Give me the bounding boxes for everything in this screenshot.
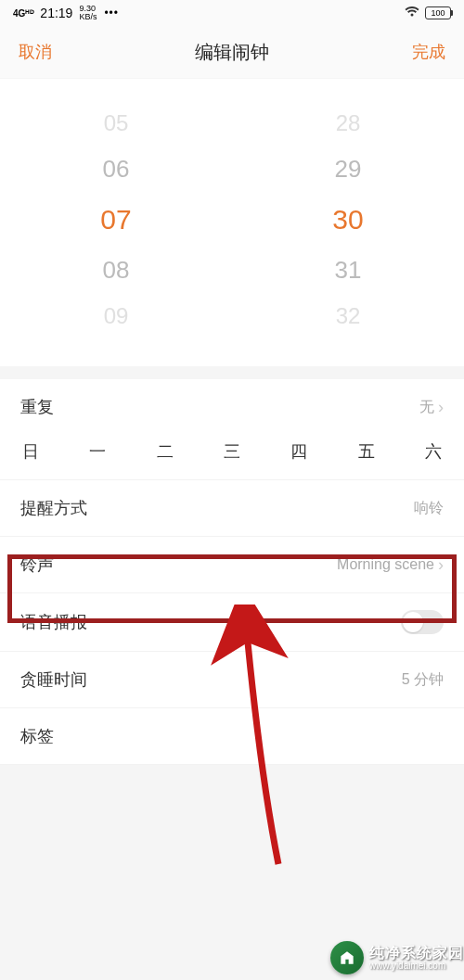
battery-indicator: 100 bbox=[425, 6, 451, 19]
time-picker[interactable]: 05 06 07 08 09 28 29 30 31 32 bbox=[0, 79, 464, 366]
hour-picker[interactable]: 05 06 07 08 09 bbox=[0, 101, 232, 338]
done-button[interactable]: 完成 bbox=[412, 41, 445, 63]
status-time: 21:19 bbox=[40, 6, 72, 20]
weekday-thu[interactable]: 四 bbox=[290, 440, 307, 463]
repeat-row[interactable]: 重复 无› bbox=[0, 379, 464, 427]
wifi-icon bbox=[405, 6, 419, 20]
voice-broadcast-row[interactable]: 语音播报 bbox=[0, 593, 464, 652]
remind-method-row[interactable]: 提醒方式 响铃 bbox=[0, 480, 464, 537]
network-indicator: 4Gᴴᴰ bbox=[13, 8, 34, 19]
weekday-mon[interactable]: 一 bbox=[89, 440, 106, 463]
chevron-right-icon: › bbox=[438, 555, 444, 575]
voice-toggle[interactable] bbox=[401, 610, 444, 634]
nav-bar: 取消 编辑闹钟 完成 bbox=[0, 26, 464, 78]
weekday-sat[interactable]: 六 bbox=[425, 440, 442, 463]
weekday-wed[interactable]: 三 bbox=[224, 440, 240, 463]
watermark: 纯净系统家园 www.yidaimei.com bbox=[321, 935, 464, 980]
watermark-logo-icon bbox=[330, 941, 364, 974]
minute-picker[interactable]: 28 29 30 31 32 bbox=[232, 101, 464, 338]
page-title: 编辑闹钟 bbox=[195, 40, 269, 65]
chevron-right-icon: › bbox=[438, 398, 444, 417]
tag-row[interactable]: 标签 bbox=[0, 708, 464, 765]
cancel-button[interactable]: 取消 bbox=[19, 41, 52, 63]
weekday-fri[interactable]: 五 bbox=[358, 440, 375, 463]
settings-list: 重复 无› 日 一 二 三 四 五 六 提醒方式 响铃 铃声 Morning s… bbox=[0, 379, 464, 765]
weekday-tue[interactable]: 二 bbox=[157, 440, 174, 463]
snooze-row[interactable]: 贪睡时间 5 分钟 bbox=[0, 652, 464, 708]
more-indicator: ••• bbox=[104, 6, 119, 19]
weekday-sun[interactable]: 日 bbox=[22, 440, 39, 463]
weekday-selector[interactable]: 日 一 二 三 四 五 六 bbox=[0, 427, 464, 480]
selected-minute: 30 bbox=[232, 193, 464, 247]
ringtone-row[interactable]: 铃声 Morning scene› bbox=[0, 537, 464, 593]
selected-hour: 07 bbox=[0, 193, 232, 247]
data-speed: 9.30KB/s bbox=[79, 5, 97, 21]
status-bar: 4Gᴴᴰ 21:19 9.30KB/s ••• 100 bbox=[0, 0, 464, 26]
